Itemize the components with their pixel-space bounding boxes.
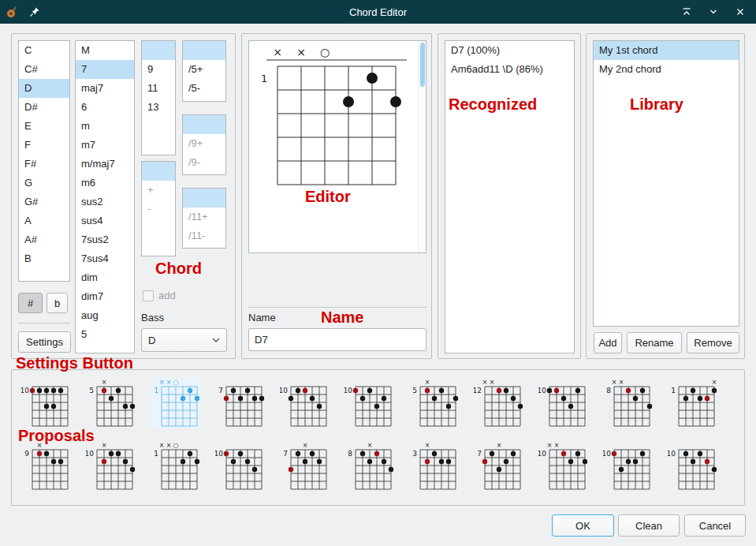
chord-diagram-svg: ××12 <box>474 378 523 428</box>
quality-item[interactable]: 7sus4 <box>76 249 134 268</box>
quality-item[interactable]: m6 <box>76 174 134 193</box>
chord-diagram-svg: 10 <box>344 378 394 428</box>
close-icon[interactable] <box>734 6 747 18</box>
alteration-11-item[interactable]: /11+ <box>183 208 225 226</box>
root-note-item[interactable]: F <box>19 136 69 155</box>
proposal-diagram[interactable]: ×3 <box>409 441 459 492</box>
svg-text:×: × <box>159 442 165 449</box>
editor-chord-diagram[interactable]: ××○1 <box>257 43 407 189</box>
root-note-item[interactable]: C <box>19 41 69 60</box>
cancel-button[interactable]: Cancel <box>684 514 746 537</box>
chord-name-input[interactable] <box>248 328 426 351</box>
proposal-diagram[interactable]: ×8 <box>344 441 394 492</box>
flat-button[interactable]: b <box>47 293 68 313</box>
alteration-5-item-blank[interactable] <box>183 41 225 60</box>
degree-item[interactable]: 13 <box>142 98 175 117</box>
quality-item[interactable]: dim <box>76 268 134 287</box>
root-note-item[interactable]: D <box>19 79 69 98</box>
svg-text:×: × <box>619 379 624 386</box>
quality-item[interactable]: sus2 <box>76 193 134 211</box>
svg-text:×: × <box>303 442 308 449</box>
bass-combobox[interactable]: D <box>141 328 227 352</box>
recognized-item[interactable]: D7 (100%) <box>445 41 574 60</box>
add-checkbox[interactable] <box>143 290 154 301</box>
root-note-item[interactable]: F# <box>19 155 69 174</box>
quality-item[interactable]: M <box>76 41 134 60</box>
alteration-5-item[interactable]: /5+ <box>183 60 225 79</box>
proposal-diagram[interactable]: ×5 <box>409 378 459 428</box>
library-item[interactable]: My 2nd chord <box>594 60 739 79</box>
plus-minus-item[interactable]: + <box>142 181 175 200</box>
proposal-diagram[interactable]: 10 <box>21 378 71 428</box>
root-note-item[interactable]: A <box>19 211 69 230</box>
proposal-diagram[interactable]: 10 <box>668 441 717 492</box>
quality-item[interactable]: m7 <box>76 136 134 155</box>
proposal-diagram[interactable]: ××8 <box>603 378 653 428</box>
alteration-11-item-blank[interactable] <box>183 189 225 208</box>
degree-item[interactable]: 11 <box>142 79 175 98</box>
root-note-item[interactable]: A# <box>19 230 69 249</box>
plus-minus-item-blank[interactable] <box>142 162 175 181</box>
alteration-11-item[interactable]: /11- <box>183 226 225 245</box>
svg-text:×: × <box>612 379 617 386</box>
quality-item[interactable]: aug <box>76 306 134 325</box>
quality-item[interactable]: dim7 <box>76 287 134 306</box>
proposal-diagram[interactable]: 7 <box>215 378 265 428</box>
minimize-icon[interactable] <box>707 6 720 18</box>
alteration-9-item[interactable]: /9+ <box>183 134 225 153</box>
proposal-diagram[interactable]: ×7 <box>280 441 330 492</box>
alteration-9-item-blank[interactable] <box>183 115 225 134</box>
proposal-diagram[interactable]: ××○1 <box>151 378 200 428</box>
proposal-diagram[interactable]: ×1 <box>668 378 717 428</box>
library-item[interactable]: My 1st chord <box>594 41 739 60</box>
quality-item[interactable]: maj7 <box>76 79 134 98</box>
plus-minus-item[interactable]: - <box>142 200 175 219</box>
chord-editor-canvas[interactable]: ××○1 Editor <box>248 40 426 253</box>
quality-item[interactable]: m/maj7 <box>76 155 134 174</box>
root-note-item[interactable]: D# <box>19 98 69 117</box>
quality-item[interactable]: 6 <box>76 98 134 117</box>
sharp-button[interactable]: # <box>18 293 43 313</box>
quality-item[interactable]: m <box>76 117 134 136</box>
proposal-diagram[interactable]: 10 <box>280 378 330 428</box>
clean-button[interactable]: Clean <box>618 514 680 537</box>
root-note-item[interactable]: G# <box>19 193 69 211</box>
quality-item[interactable]: sus4 <box>76 211 134 230</box>
ok-button[interactable]: OK <box>552 514 614 537</box>
quality-item[interactable]: 5 <box>76 325 134 344</box>
degree-item[interactable]: 9 <box>142 60 175 79</box>
editor-scrollbar[interactable] <box>418 41 426 252</box>
proposal-diagram[interactable]: ×5 <box>86 378 136 428</box>
proposal-diagram[interactable]: ××10 <box>538 441 588 492</box>
quality-item[interactable]: 7 <box>76 60 134 79</box>
alteration-9-item[interactable]: /9- <box>183 153 225 172</box>
proposal-diagram[interactable]: 10 <box>603 441 653 492</box>
rollup-icon[interactable] <box>680 6 693 18</box>
recognized-item[interactable]: Am6add11 \D (86%) <box>445 60 574 79</box>
proposal-diagram[interactable]: 10 <box>538 378 588 428</box>
root-note-item[interactable]: C# <box>19 60 69 79</box>
root-note-item[interactable]: G <box>19 174 69 193</box>
degree-item-blank[interactable] <box>142 41 175 60</box>
remove-button[interactable]: Remove <box>687 332 739 353</box>
proposal-diagram[interactable]: ×9 <box>21 441 71 492</box>
alteration-5-item[interactable]: /5- <box>183 79 225 98</box>
root-note-item[interactable]: E <box>19 117 69 136</box>
svg-text:×: × <box>425 442 430 449</box>
library-panel: My 1st chordMy 2nd chord Library Add Ren… <box>586 33 745 359</box>
pin-icon[interactable] <box>28 6 41 18</box>
quality-item[interactable]: 7sus2 <box>76 230 134 249</box>
proposal-diagram[interactable]: 10 <box>215 441 265 492</box>
proposal-diagram[interactable]: ×7 <box>474 441 523 492</box>
proposals-row-2: ×9×10××○110×7×8×3×7××101010 <box>21 441 717 492</box>
proposal-diagram[interactable]: ××12 <box>474 378 523 428</box>
root-note-item[interactable]: B <box>19 249 69 268</box>
proposal-diagram[interactable]: 10 <box>344 378 394 428</box>
rename-button[interactable]: Rename <box>627 332 682 353</box>
add-button[interactable]: Add <box>594 332 622 353</box>
svg-text:○: ○ <box>173 442 179 449</box>
proposal-diagram[interactable]: ×10 <box>86 441 136 492</box>
editor-scrollbar-thumb[interactable] <box>420 43 425 87</box>
settings-button[interactable]: Settings <box>18 331 71 353</box>
proposal-diagram[interactable]: ××○1 <box>151 441 200 492</box>
